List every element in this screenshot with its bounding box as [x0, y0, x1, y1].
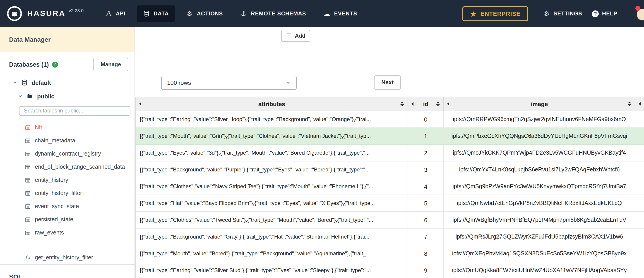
sidebar-item-table[interactable]: dynamic_contract_registry — [0, 147, 134, 160]
brand-name: HASURA — [27, 9, 66, 18]
manage-button[interactable]: Manage — [94, 58, 128, 71]
sort-icon[interactable] — [628, 102, 631, 106]
cell-id: 1 — [408, 128, 444, 145]
cell-id: 7 — [408, 229, 444, 245]
cell-extra — [636, 162, 644, 178]
databases-label: Databases (1) ✓ — [9, 61, 58, 68]
user-avatar[interactable] — [637, 7, 644, 20]
table-name: end_of_block_range_scanned_data — [35, 164, 125, 170]
cell-attributes: [{"trait_type":"Clothes","value":"Navy S… — [136, 178, 408, 195]
settings-button[interactable]: ⚙︎ SETTINGS — [538, 10, 587, 17]
database-icon — [143, 10, 150, 17]
sidebar-item-table[interactable]: event_sync_state — [0, 200, 134, 213]
sidebar-item-table-nft[interactable]: Nft — [0, 121, 134, 134]
nav-item-label: ACTIONS — [197, 11, 223, 17]
sidebar-sql-section[interactable]: SQL — [0, 264, 134, 278]
gears-icon: ⚙︎ — [186, 10, 193, 17]
cell-image: ipfs://QmRRPWG96cmgTn2qSzjwr2qvfNEuhunv6… — [444, 111, 636, 128]
column-header-image[interactable]: image — [444, 97, 636, 111]
collapse-column-icon[interactable] — [411, 102, 414, 106]
table-name: event_sync_state — [35, 203, 79, 210]
column-header-id[interactable]: id — [408, 97, 444, 111]
database-icon — [21, 79, 28, 86]
help-button[interactable]: ? HELP — [587, 10, 622, 17]
plus-square-icon — [286, 33, 292, 39]
nav-item-events[interactable]: ☁︎ EVENTS — [318, 6, 363, 22]
column-header-partial[interactable] — [636, 97, 644, 111]
sort-icon[interactable] — [436, 102, 440, 106]
cell-id: 8 — [408, 245, 444, 262]
tree-item-default-database[interactable]: default — [0, 76, 134, 89]
rows-per-page-select[interactable]: 100 rows — [161, 75, 297, 90]
table-list: Nft chain_metadata dynamic_contract_regi… — [0, 121, 134, 264]
hasura-logo[interactable] — [6, 6, 23, 22]
cell-attributes: [{"trait_type":"Mouth","value":"Bored"},… — [136, 245, 408, 262]
nav-item-remote-schemas[interactable]: ⚓︎ REMOTE SCHEMAS — [234, 6, 312, 22]
nav-item-data[interactable]: DATA — [137, 6, 174, 22]
nav-item-api[interactable]: API — [99, 6, 131, 22]
cell-image: ipfs://QmWBgfBhyVmHNhBfEQ7p1P4Mpn7pm5b8K… — [444, 212, 636, 229]
top-navbar: HASURA v2.23.0 API DATA ⚙︎ ACTIONS ⚓︎ — [0, 0, 644, 27]
enterprise-label: ENTERPRISE — [480, 10, 520, 17]
rows-per-page-value: 100 rows — [167, 79, 191, 86]
collapse-column-icon[interactable] — [447, 102, 449, 106]
table-name: Nft — [35, 124, 42, 131]
cell-attributes: [{"trait_type":"Earring","value":"Silver… — [136, 262, 408, 278]
sidebar-item-table[interactable]: raw_events — [0, 226, 134, 239]
function-icon: ƒx — [24, 254, 31, 261]
column-label: attributes — [258, 100, 285, 107]
cell-attributes: [{"trait_type":"Earring","value":"Silver… — [136, 111, 408, 128]
table-name: dynamic_contract_registry — [35, 151, 101, 157]
cell-image: ipfs://QmYxT4LnK8sqLupjbS6eRvu1si7Ly2wFQ… — [444, 162, 636, 178]
column-label: image — [531, 100, 548, 107]
collapse-column-icon[interactable] — [638, 102, 641, 106]
cell-id: 2 — [408, 145, 444, 162]
column-label: id — [423, 100, 428, 107]
table-icon — [24, 203, 31, 209]
table-icon — [24, 217, 31, 222]
sidebar-item-table[interactable]: chain_metadata — [0, 134, 134, 147]
sidebar-title: Data Manager — [0, 27, 134, 52]
tree-item-public-schema[interactable]: public — [0, 89, 134, 103]
rows-table: attributes id image [{ — [136, 97, 644, 278]
cell-image: ipfs://QmSg9bPzW9anFYc3wWU5KnvymwkxQTpmq… — [444, 178, 636, 195]
sort-icon[interactable] — [400, 102, 404, 106]
column-header-attributes[interactable]: attributes — [136, 97, 408, 111]
table-name: chain_metadata — [35, 137, 75, 144]
nav-item-actions[interactable]: ⚙︎ ACTIONS — [180, 6, 229, 22]
cell-attributes: [{"trait_type":"Mouth","value":"Grin"},{… — [136, 128, 408, 145]
table-icon — [24, 230, 31, 236]
cell-extra — [636, 245, 644, 262]
browse-rows-panel: Add 100 rows Next attributes — [135, 27, 644, 278]
database-tree: default public — [0, 76, 134, 103]
sidebar-item-table[interactable]: persisted_state — [0, 213, 134, 226]
chevron-down-icon — [285, 80, 291, 85]
cloud-icon: ☁︎ — [323, 10, 330, 17]
collapse-column-icon[interactable] — [139, 102, 141, 106]
nav-item-label: API — [116, 11, 126, 17]
database-name: default — [32, 79, 51, 86]
table-name: entity_history — [35, 177, 68, 183]
chevron-down-icon[interactable] — [18, 94, 23, 98]
enterprise-button[interactable]: ★ ENTERPRISE — [462, 6, 528, 21]
cell-id: 3 — [408, 162, 444, 178]
cell-id: 9 — [408, 262, 444, 278]
star-icon: ★ — [470, 10, 476, 17]
settings-label: SETTINGS — [554, 11, 582, 17]
cell-id: 4 — [408, 178, 444, 195]
gear-icon: ⚙︎ — [543, 10, 550, 17]
add-row-button[interactable]: Add — [281, 30, 310, 42]
sidebar-item-table[interactable]: entity_history — [0, 174, 134, 187]
search-tables-input[interactable] — [19, 106, 130, 115]
nav-item-label: REMOTE SCHEMAS — [251, 11, 306, 17]
cell-image: ipfs://QmcJYkCKK7QPmYWjp4FD2e3Lv5WCGFuHN… — [444, 145, 636, 162]
sidebar-item-table[interactable]: entity_history_filter — [0, 187, 134, 200]
help-label: HELP — [602, 11, 617, 17]
cell-extra — [636, 128, 644, 145]
sidebar-item-table[interactable]: end_of_block_range_scanned_data — [0, 160, 134, 174]
next-page-button[interactable]: Next — [374, 75, 401, 90]
table-icon — [24, 190, 31, 196]
chevron-down-icon[interactable] — [13, 80, 17, 85]
sidebar-item-function[interactable]: ƒx get_entity_history_filter — [0, 251, 134, 264]
remote-schemas-icon: ⚓︎ — [240, 10, 247, 17]
